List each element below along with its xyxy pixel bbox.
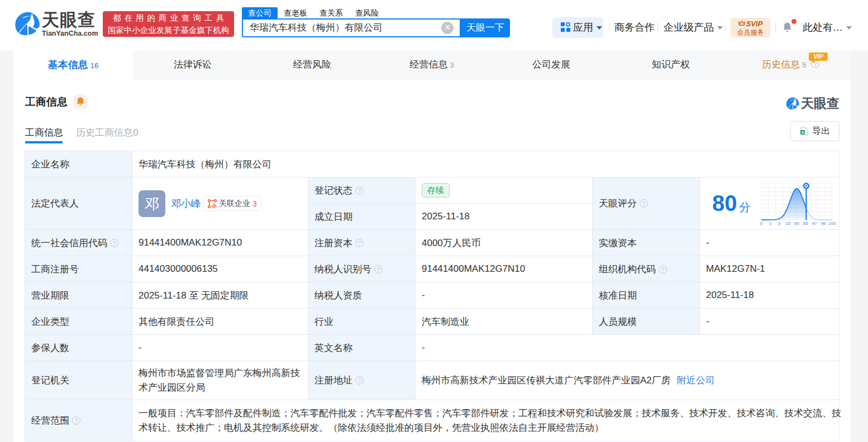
svg-text:0: 0 [760, 221, 762, 226]
svg-text:99: 99 [821, 221, 826, 226]
svg-text:50: 50 [794, 221, 799, 226]
svg-text:X: X [801, 130, 804, 135]
svg-text:企: 企 [211, 203, 217, 208]
svg-text:97: 97 [812, 221, 817, 226]
svg-text:15: 15 [785, 221, 790, 226]
svg-text:1: 1 [769, 221, 771, 226]
svg-text:85: 85 [803, 221, 808, 226]
svg-text:100: 100 [828, 221, 835, 226]
svg-text:3: 3 [778, 221, 780, 226]
